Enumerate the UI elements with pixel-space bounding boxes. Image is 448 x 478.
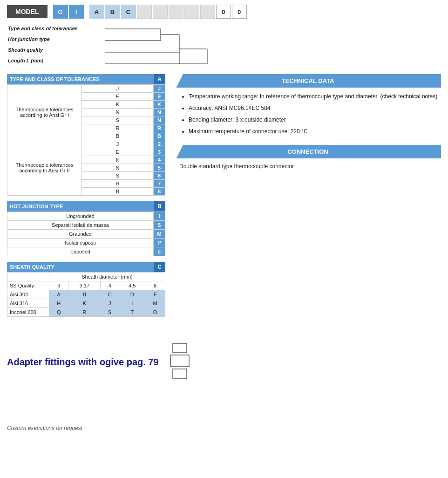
model-bar: MODEL G I A B C 0 0: [7, 5, 441, 19]
label-sheath: Sheath quality: [8, 45, 100, 55]
adapter-section: Adapter fittings with ogive pag. 79: [7, 341, 441, 383]
group1-label: Thermocouple,tolerancesaccording to Ansi…: [7, 85, 82, 140]
model-cell-g: G: [53, 5, 68, 19]
tech-data-banner: TECHNICAL DATA: [175, 74, 441, 88]
model-cell-d4: [184, 5, 199, 19]
bullet-2: Accuracy: ANSI MC96.1/IEC 584: [189, 104, 441, 112]
table-row: Ungrounded I: [7, 212, 165, 221]
model-label: MODEL: [7, 5, 48, 18]
code-cell: J: [154, 85, 165, 93]
diagram-section: Type and class of tolerances Hot junctio…: [7, 23, 441, 68]
table-row: Isolati esposti P: [7, 239, 165, 247]
model-cell-a: A: [89, 5, 104, 19]
table-row: Inconel 600 Q R S T O: [7, 308, 165, 317]
technical-data-section: TECHNICAL DATA Temperature working range…: [175, 74, 441, 136]
custom-note-container: Custom executions on request: [7, 411, 441, 431]
table-row: Exposed E: [7, 247, 165, 256]
model-cell-0a: 0: [216, 5, 231, 19]
svg-rect-11: [173, 369, 187, 378]
table-row: Thermocouple,tolerancesaccording to Ansi…: [7, 85, 165, 93]
bullet-4: Maximum temperature of connector use: 22…: [189, 127, 441, 136]
connection-section: CONNECTION Double standard type thermoco…: [175, 145, 441, 170]
adapter-icon: [168, 341, 191, 383]
junction-table: Ungrounded I Separati isolati da massa S…: [7, 212, 165, 256]
group2-label: Thermocouple,tolerancesaccording to Ansi…: [7, 140, 82, 196]
tolerance-section: TYPE AND CLASS OF TOLERANCES A Thermocou…: [7, 74, 165, 196]
model-cell-c: C: [121, 5, 136, 19]
bullet-1: Temperature working range: In reference …: [189, 92, 441, 101]
model-cell-d5: [200, 5, 215, 19]
sheath-section: SHEATH QUALITY C Sheath diameter (mm) SS…: [7, 262, 165, 317]
model-cell-d3: [169, 5, 183, 19]
bullet-3: Bending diameter: 3 x outside diameter: [189, 116, 441, 124]
type-cell: J: [82, 85, 154, 93]
sheath-header: SHEATH QUALITY: [7, 262, 154, 272]
sheath-code: C: [154, 262, 165, 272]
diagram-labels: Type and class of tolerances Hot junctio…: [7, 23, 100, 68]
junction-code: B: [154, 201, 165, 212]
table-row: Aisi 316 H K J I M: [7, 299, 165, 308]
label-tolerance: Type and class of tolerances: [8, 23, 100, 34]
main-content: TYPE AND CLASS OF TOLERANCES A Thermocou…: [7, 74, 441, 322]
right-panel: TECHNICAL DATA Temperature working range…: [175, 74, 441, 322]
tech-bullets: Temperature working range: In reference …: [179, 92, 441, 136]
adapter-text: Adapter fittings with ogive pag. 79: [7, 357, 159, 368]
model-cell-0b: 0: [232, 5, 247, 19]
model-cell-i: I: [69, 5, 84, 19]
tolerance-header: TYPE AND CLASS OF TOLERANCES: [7, 74, 154, 84]
junction-header: HOT JUNCTION TYPE: [7, 201, 154, 212]
svg-rect-9: [173, 343, 187, 353]
table-row: Sheath diameter (mm): [7, 273, 165, 281]
svg-rect-10: [170, 355, 189, 367]
table-row: Aisi 304 A B C D F: [7, 290, 165, 299]
junction-section: HOT JUNCTION TYPE B Ungrounded I Separat…: [7, 201, 165, 256]
diameter-label: Sheath diameter (mm): [49, 273, 165, 281]
tolerance-table: Thermocouple,tolerancesaccording to Ansi…: [7, 84, 165, 196]
custom-note: Custom executions on request: [7, 425, 441, 431]
table-row: Graunded M: [7, 230, 165, 239]
model-cell-d2: [153, 5, 168, 19]
table-row: SS Quality 3 3.17 4 4.5 6: [7, 281, 165, 290]
table-row: Separati isolati da massa S: [7, 221, 165, 230]
tolerance-code: A: [154, 74, 165, 84]
model-cell-b: B: [105, 5, 120, 19]
connection-banner: CONNECTION: [175, 145, 441, 158]
connection-text: Double standard type thermocouple connec…: [179, 163, 441, 170]
label-length: Length L (mm): [8, 55, 100, 66]
model-cell-d1: [137, 5, 152, 19]
diagram-lines: [105, 23, 244, 68]
table-row: Thermocouple,tolerancesaccording to Ansi…: [7, 140, 165, 148]
sheath-table: Sheath diameter (mm) SS Quality 3 3.17 4…: [7, 272, 165, 317]
label-junction: Hot junction type: [8, 34, 100, 45]
left-panel: TYPE AND CLASS OF TOLERANCES A Thermocou…: [7, 74, 165, 322]
